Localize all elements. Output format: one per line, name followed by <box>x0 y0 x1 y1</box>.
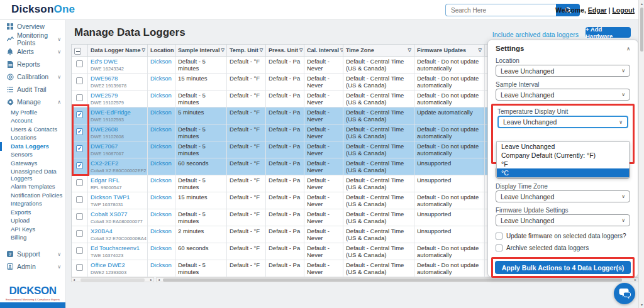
data-logger-name-link[interactable]: Ed's DWE <box>91 58 145 65</box>
location-link[interactable]: Dickson <box>150 177 172 184</box>
scroll-left-icon[interactable]: ◂ <box>73 278 75 282</box>
display-time-zone-dropdown[interactable]: Leave Unchanged ∨ <box>496 190 630 202</box>
location-link[interactable]: Dickson <box>150 75 172 82</box>
data-logger-name-link[interactable]: Edgar RFL <box>91 177 145 184</box>
dropdown-option[interactable]: Company Default (Currently: °F) <box>497 151 629 160</box>
filter-icon[interactable]: ▽ <box>299 48 303 53</box>
sidebar-item-integrations[interactable]: Integrations <box>0 200 65 209</box>
sidebar-item-sensors[interactable]: Sensors <box>0 151 65 160</box>
data-logger-name-link[interactable]: X20BA4 <box>91 228 145 235</box>
scrollbar-thumb[interactable] <box>640 8 643 52</box>
archive-checkbox[interactable] <box>496 245 502 251</box>
update-firmware-checkbox[interactable] <box>496 233 502 239</box>
sidebar-item-locations[interactable]: Locations <box>0 134 65 143</box>
dropdown-option[interactable]: Leave Unchanged <box>497 142 629 151</box>
sidebar-item-account[interactable]: Account <box>0 117 65 126</box>
location-dropdown[interactable]: Leave Unchanged ∨ <box>496 65 630 77</box>
sidebar-item-reports[interactable]: Reports <box>0 58 65 70</box>
location-link[interactable]: Dickson <box>150 194 172 201</box>
row-checkbox[interactable] <box>76 60 83 67</box>
scroll-right-icon[interactable]: ▸ <box>150 278 152 282</box>
sidebar-item-upload[interactable]: Upload <box>0 217 65 226</box>
sidebar-item-api-keys[interactable]: API Keys <box>0 225 65 234</box>
row-checkbox[interactable] <box>76 196 83 203</box>
sidebar-item-overview[interactable]: Overview <box>0 20 65 33</box>
frozen-columns-scrollbar[interactable]: ◂ ▸ <box>71 277 154 282</box>
data-logger-name-link[interactable]: Cobalt XS077 <box>91 211 145 218</box>
scroll-down-icon[interactable]: ▾ <box>640 302 644 307</box>
location-link[interactable]: Dickson <box>150 211 172 217</box>
sidebar-item-notification-policies[interactable]: Notification Policies <box>0 191 65 200</box>
sidebar-item-exports[interactable]: Exports <box>0 208 65 217</box>
temperature-display-unit-dropdown[interactable]: Leave Unchanged ∨ <box>497 116 628 128</box>
scroll-up-icon[interactable]: ▴ <box>640 1 644 6</box>
include-archived-link[interactable]: Include archived data loggers <box>492 31 579 38</box>
location-link[interactable]: Dickson <box>150 228 172 234</box>
sample-interval-dropdown[interactable]: Leave Unchanged ∨ <box>496 89 630 101</box>
select-all-checkbox[interactable] <box>74 48 81 55</box>
temp-unit-cell: Default - °F <box>227 74 266 90</box>
sidebar-item-users-contacts[interactable]: Users & Contacts <box>0 125 65 134</box>
filter-icon[interactable]: ▽ <box>408 48 411 53</box>
sidebar-item-alerts[interactable]: Alerts∨ <box>0 45 65 58</box>
scrollbar-thumb[interactable] <box>163 278 622 282</box>
row-select-cell <box>72 57 88 73</box>
filter-icon[interactable]: ▽ <box>142 48 145 53</box>
location-link[interactable]: Dickson <box>150 160 172 167</box>
sidebar-item-data-loggers[interactable]: Data Loggers <box>0 142 65 151</box>
search-input[interactable] <box>445 4 556 16</box>
data-logger-name-link[interactable]: DWE2608 <box>91 126 145 133</box>
sidebar-item-admin[interactable]: Admin∨ <box>0 260 65 273</box>
scroll-left-icon[interactable]: ◂ <box>158 278 160 282</box>
location-link[interactable]: Dickson <box>150 109 172 116</box>
scrollbar-thumb[interactable] <box>80 278 145 282</box>
add-hardware-button[interactable]: + Add Hardware <box>586 27 631 38</box>
row-checkbox[interactable] <box>76 179 83 186</box>
data-logger-name-link[interactable]: Dickson TWP1 <box>91 194 145 201</box>
row-checkbox[interactable] <box>76 247 83 254</box>
window-scrollbar[interactable]: ▴ ▾ <box>638 0 644 308</box>
dropdown-option[interactable]: °F <box>497 160 629 168</box>
location-link[interactable]: Dickson <box>150 58 172 65</box>
sidebar-item-unassigned-data-loggers[interactable]: Unassigned Data Loggers <box>0 168 65 183</box>
location-link[interactable]: Dickson <box>150 126 172 133</box>
filter-icon[interactable]: ▽ <box>221 48 225 53</box>
row-checkbox[interactable] <box>76 77 83 84</box>
data-logger-name-link[interactable]: DWE-EdFridge <box>91 109 145 116</box>
location-link[interactable]: Dickson <box>150 245 172 251</box>
firmware-update-settings-dropdown[interactable]: Leave Unchanged ∨ <box>496 214 630 226</box>
sidebar-item-support[interactable]: ?Support∨ <box>0 248 65 260</box>
filter-icon[interactable]: ▽ <box>479 48 482 53</box>
username-link[interactable]: Edgar <box>588 6 607 14</box>
data-logger-name-link[interactable]: CX2-2EF2 <box>91 160 145 167</box>
sidebar-item-calibration[interactable]: Calibration∨ <box>0 70 65 83</box>
row-checkbox[interactable] <box>76 213 83 220</box>
location-link[interactable]: Dickson <box>150 261 172 268</box>
sidebar-item-billing[interactable]: Billing <box>0 234 65 243</box>
dropdown-option[interactable]: °C <box>497 168 629 177</box>
data-logger-name-link[interactable]: Office DWE2 <box>91 262 145 269</box>
data-logger-name-link[interactable]: DWE9678 <box>91 75 145 82</box>
row-checkbox[interactable] <box>76 230 83 237</box>
sidebar-item-gateways[interactable]: Gateways <box>0 159 65 168</box>
row-checkbox[interactable] <box>76 264 83 271</box>
sidebar-item-audit-trail[interactable]: Audit Trail <box>0 83 65 96</box>
location-link[interactable]: Dickson <box>150 143 172 150</box>
apply-bulk-actions-button[interactable]: Apply Bulk Actions to 4 Data Logger(s) <box>495 261 631 274</box>
data-logger-name-link[interactable]: DWE2579 <box>91 92 145 99</box>
chat-button[interactable] <box>614 283 635 304</box>
table-scrollbar[interactable]: ◂ ▸ <box>156 277 638 282</box>
filter-icon[interactable]: ▽ <box>260 48 263 53</box>
data-logger-name-link[interactable]: Ed Touchscreenv1 <box>91 245 145 252</box>
logout-link[interactable]: Logout <box>612 6 635 14</box>
sidebar-item-my-profile[interactable]: My Profile <box>0 108 65 117</box>
location-link[interactable]: Dickson <box>150 92 172 99</box>
sidebar-item-monitoring-points[interactable]: Monitoring Points∨ <box>0 33 65 45</box>
sidebar-item-alarm-templates[interactable]: Alarm Templates <box>0 183 65 192</box>
data-logger-name-link[interactable]: DWE7067 <box>91 143 145 150</box>
row-checkbox[interactable] <box>76 94 83 101</box>
temperature-display-unit-label: Temperature Display Unit <box>497 108 628 114</box>
collapse-chevron-up-icon[interactable]: ∧ <box>626 46 630 52</box>
sidebar-item-manage[interactable]: Manage∧ <box>0 96 65 108</box>
scroll-right-icon[interactable]: ▸ <box>635 278 636 282</box>
